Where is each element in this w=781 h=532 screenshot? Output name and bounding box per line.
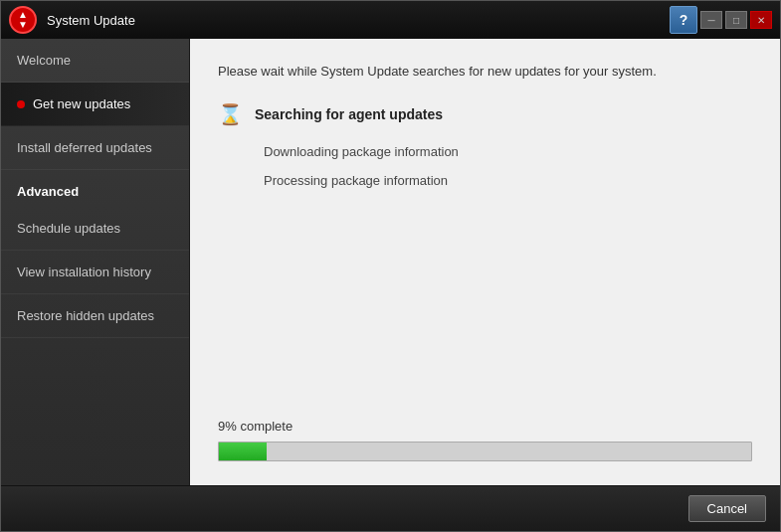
sidebar: Welcome Get new updates Install deferred… [1,39,190,485]
sidebar-item-schedule-updates[interactable]: Schedule updates [1,207,189,251]
description-text: Please wait while System Update searches… [218,63,752,81]
sidebar-item-welcome[interactable]: Welcome [1,39,189,83]
progress-bar-container [218,442,752,461]
content-area: Please wait while System Update searches… [190,39,780,485]
title-bar-right: ? ─ □ ✕ [670,6,772,34]
sidebar-restore-label: Restore hidden updates [17,308,154,323]
title-bar: ▲ ▼ System Update ? ─ □ ✕ [1,1,780,39]
window-title: System Update [47,13,135,28]
hourglass-icon: ⌛ [218,102,243,126]
close-button[interactable]: ✕ [750,11,772,29]
sidebar-schedule-label: Schedule updates [17,221,120,236]
sidebar-welcome-label: Welcome [17,53,71,68]
sidebar-item-get-new-updates[interactable]: Get new updates [1,83,189,126]
footer: Cancel [1,485,780,531]
minimize-button[interactable]: ─ [700,11,722,29]
sidebar-get-updates-label: Get new updates [33,96,130,111]
title-bar-left: ▲ ▼ System Update [9,6,135,34]
search-status: ⌛ Searching for agent updates [218,102,752,126]
sidebar-item-restore-hidden[interactable]: Restore hidden updates [1,294,189,338]
step-downloading: Downloading package information [264,144,752,159]
progress-section: 9% complete [218,419,752,461]
sidebar-item-install-deferred[interactable]: Install deferred updates [1,126,189,170]
active-indicator-dot [17,100,25,108]
help-button[interactable]: ? [670,6,697,34]
progress-bar-fill [219,443,267,460]
cancel-button[interactable]: Cancel [688,495,766,522]
restore-button[interactable]: □ [725,11,747,29]
main-content: Welcome Get new updates Install deferred… [1,39,780,485]
step-processing: Processing package information [264,173,752,188]
sidebar-install-deferred-label: Install deferred updates [17,140,152,155]
sidebar-history-label: View installation history [17,265,151,279]
advanced-section-header: Advanced [1,170,189,207]
search-title: Searching for agent updates [255,106,443,122]
progress-percent-text: 9% complete [218,419,752,434]
app-icon: ▲ ▼ [9,6,37,34]
system-update-window: ▲ ▼ System Update ? ─ □ ✕ Welcome Get ne… [0,0,781,532]
sidebar-item-view-history[interactable]: View installation history [1,251,189,294]
